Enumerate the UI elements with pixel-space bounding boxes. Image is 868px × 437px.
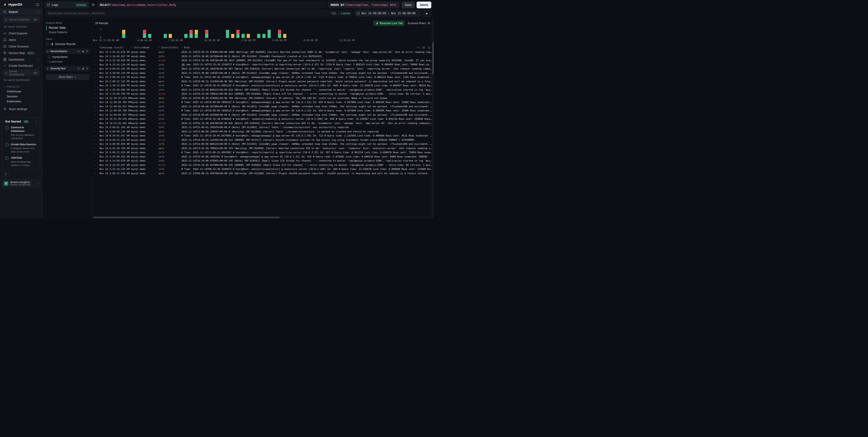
histogram-bar[interactable]: [236, 30, 240, 38]
event-search-input[interactable]: Search your events w/ Lucene ex. column:…: [45, 10, 352, 17]
get-started-item[interactable]: ✓Create Data SourcesConfigure where your…: [5, 143, 37, 154]
column-header-timestamp[interactable]: Timestamp (Local): [99, 46, 131, 49]
row-expand-icon[interactable]: ›: [95, 97, 99, 99]
column-header-servicename[interactable]: ⠿ServiceName: [131, 46, 158, 49]
table-row[interactable]: ›Nov 14 12:00:00.789 PMmysql-demoinfo# T…: [93, 100, 432, 104]
table-row[interactable]: ›Nov 14 2:15:30.234 AMmysql-demoinfo# Ti…: [93, 167, 432, 171]
row-expand-icon[interactable]: ›: [95, 164, 99, 166]
histogram-bar[interactable]: [164, 34, 167, 38]
sidebar-item-service-map[interactable]: Service Map BETA: [0, 50, 42, 56]
sidebar-item-search[interactable]: Search: [0, 9, 42, 15]
histogram-bar[interactable]: [122, 30, 125, 38]
alerts-button[interactable]: Alerts: [416, 2, 431, 8]
horizontal-scrollbar-thumb[interactable]: [93, 217, 280, 218]
row-expand-icon[interactable]: ›: [95, 126, 99, 129]
horizontal-scrollbar[interactable]: [93, 216, 432, 218]
saved-dashboards-input[interactable]: Saved Dashboards ⌘K: [3, 70, 39, 76]
table-row[interactable]: ›Nov 14 9:00:00.234 AMmysql-demowarn2025…: [93, 130, 432, 134]
row-expand-icon[interactable]: ›: [95, 155, 99, 158]
sidebar-item-client-sessions[interactable]: Client Sessions: [0, 43, 42, 50]
source-settings-gear-icon[interactable]: ⚙: [92, 3, 95, 7]
pin-icon[interactable]: [86, 67, 88, 70]
table-row[interactable]: ›Nov 14 10:15:30.678 AMmysql-demoinfo# T…: [93, 117, 432, 121]
row-expand-icon[interactable]: ›: [95, 147, 99, 149]
save-button[interactable]: Save: [402, 2, 415, 8]
table-row[interactable]: ›Nov 14 10:15:30.456 AMmysql-demoerror20…: [93, 121, 432, 125]
table-row[interactable]: ›Nov 14 12:00:00.789 PMmysql-demoinfo# T…: [93, 108, 432, 113]
histogram-bar[interactable]: [231, 34, 234, 38]
mode-results-table[interactable]: Results Table: [46, 26, 93, 30]
schema-badge[interactable]: Schema: [75, 3, 87, 7]
code-icon[interactable]: [417, 46, 420, 49]
row-expand-icon[interactable]: ›: [95, 84, 99, 87]
presets-toggle[interactable]: PRESETS: [0, 83, 42, 89]
table-row[interactable]: ›Nov 14 8:30:15.123 AMmysql-demoerror202…: [93, 138, 432, 142]
histogram-bar[interactable]: [283, 34, 286, 38]
row-expand-icon[interactable]: ›: [95, 143, 99, 145]
sidebar-item-dashboards[interactable]: Dashboards: [0, 56, 42, 63]
help-button[interactable]: ?: [3, 171, 9, 177]
row-expand-icon[interactable]: ›: [95, 101, 99, 103]
histogram-bar[interactable]: [143, 30, 146, 38]
table-row[interactable]: ›Nov 14 4:15:45.234 PMmysql-demoinfoime:…: [93, 63, 432, 67]
histogram-bar[interactable]: [268, 30, 271, 38]
bar-chart-icon[interactable]: [82, 50, 84, 53]
sidebar-item-alerts[interactable]: Alerts: [0, 37, 42, 43]
drag-handle-icon[interactable]: ⠿: [181, 46, 183, 48]
histogram-bar[interactable]: [247, 34, 250, 38]
table-row[interactable]: ›Nov 14 1:30:15.890 PMmysql-demoinfo# Ti…: [93, 83, 432, 88]
bar-chart-icon[interactable]: [82, 67, 84, 70]
histogram-bar[interactable]: [262, 34, 266, 38]
search-icon[interactable]: [78, 67, 80, 70]
row-expand-icon[interactable]: ›: [95, 55, 99, 57]
pin-icon[interactable]: [86, 50, 88, 53]
row-expand-icon[interactable]: ›: [95, 72, 99, 74]
run-query-button[interactable]: ▶: [423, 10, 431, 17]
copy-icon[interactable]: [181, 63, 185, 66]
table-row[interactable]: ›Nov 14 4:24:00.678 AMmysql-demoinfo2025…: [93, 159, 432, 163]
get-started-item[interactable]: ✓Connect to ClickHouseSet up your databa…: [5, 126, 37, 140]
histogram-bar[interactable]: [205, 30, 208, 38]
denoise-checkbox[interactable]: [46, 43, 49, 46]
table-settings-icon[interactable]: [422, 46, 425, 49]
mode-event-patterns[interactable]: Event Patterns: [46, 30, 93, 35]
row-expand-icon[interactable]: ›: [95, 59, 99, 62]
row-expand-icon[interactable]: ›: [95, 76, 99, 78]
table-row[interactable]: ›Nov 14 1:15:00.789 PMmysql-demoerror202…: [93, 92, 432, 96]
histogram-bar[interactable]: [148, 34, 151, 38]
drag-handle-icon[interactable]: ⠿: [158, 46, 160, 48]
table-row[interactable]: ›Nov 14 3:30:00.234 PMmysql-demoinfo2025…: [93, 71, 432, 75]
histogram-bar[interactable]: [226, 30, 229, 38]
histogram-bar[interactable]: [278, 30, 281, 38]
order-by-chip[interactable]: ORDER BY (TimestampTime, Timestamp) DESC: [328, 1, 400, 8]
table-row[interactable]: ›Nov 14 5:45:15.678 PMmysql-demowarn2025…: [93, 50, 432, 54]
row-expand-icon[interactable]: ›: [95, 168, 99, 170]
table-row[interactable]: ›Nov 14 4:45:00.345 AMmysql-demoinfo2025…: [93, 155, 432, 159]
checkbox[interactable]: [48, 56, 51, 59]
table-row[interactable]: ›Nov 14 12:00:00.567 PMmysql-demoinfo202…: [93, 113, 432, 117]
saved-searches-input[interactable]: Saved Searches ⌘K: [3, 16, 39, 23]
vertical-scrollbar-thumb[interactable]: [432, 42, 434, 74]
table-row[interactable]: ›Nov 14 12:30:45.678 PMmysql-demowarn202…: [93, 96, 432, 100]
row-expand-icon[interactable]: ›: [95, 130, 99, 133]
hyperdx-logo[interactable]: ⚡ HyperDX: [3, 3, 22, 6]
row-expand-icon[interactable]: ›: [95, 63, 99, 66]
table-row[interactable]: ›Nov 14 12:00:00.567 PMmysql-demoinfo202…: [93, 104, 432, 109]
sidebar-preset-item[interactable]: Kubernetes: [0, 99, 42, 104]
sidebar-collapse-icon[interactable]: [36, 3, 39, 6]
create-dashboard-button[interactable]: + Create Dashboard: [0, 63, 42, 68]
sidebar-preset-item[interactable]: Services: [0, 94, 42, 99]
row-expand-icon[interactable]: ›: [95, 109, 99, 112]
table-row[interactable]: ›Nov 14 2:00:15.123 PMmysql-demowarn2025…: [93, 79, 432, 83]
sidebar-preset-item[interactable]: ClickHouse: [0, 89, 42, 94]
date-range-picker[interactable]: Nov 14 00:00:00 - Nov 15 00:00:00: [354, 10, 421, 17]
row-expand-icon[interactable]: ›: [95, 93, 99, 95]
mode-toggle-sql[interactable]: SQL: [331, 12, 337, 15]
row-expand-icon[interactable]: ›: [95, 138, 99, 141]
mode-toggle-lucene[interactable]: Lucene: [341, 12, 350, 15]
load-more-button[interactable]: › Load more: [42, 59, 93, 64]
row-expand-icon[interactable]: ›: [95, 118, 99, 120]
vertical-scrollbar[interactable]: [432, 19, 434, 218]
table-row[interactable]: ›Nov 14 5:16:00.567 PMmysql-demoinfo2025…: [93, 54, 432, 59]
histogram-bar[interactable]: [184, 34, 187, 38]
